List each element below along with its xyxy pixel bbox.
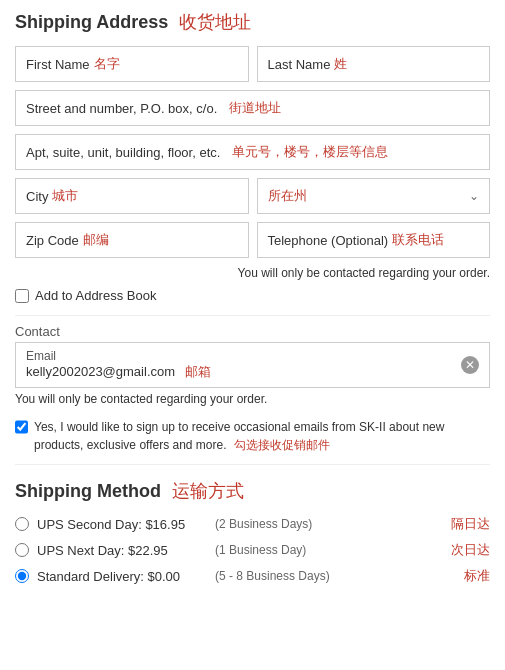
state-field: 所在州 ⌄ (257, 178, 491, 214)
apt-chinese: 单元号，楼号，楼层等信息 (232, 143, 388, 161)
telephone-label: Telephone (Optional) (268, 233, 389, 248)
shipping-option-row: Standard Delivery: $0.00(5 - 8 Business … (15, 567, 490, 585)
street-placeholder-text: Street and number, P.O. box, c/o. (26, 101, 217, 116)
zip-phone-row: Zip Code 邮编 Telephone (Optional) 联系电话 (15, 222, 490, 258)
order-hint-2: You will only be contacted regarding you… (15, 392, 490, 406)
address-book-label: Add to Address Book (35, 288, 156, 303)
apt-field: Apt, suite, unit, building, floor, etc. … (15, 134, 490, 170)
shipping-address-section: Shipping Address 收货地址 First Name 名字 Last… (15, 10, 490, 465)
email-field-wrapper[interactable]: Email kelly2002023@gmail.com 邮箱 ✕ (15, 342, 490, 388)
city-label: City (26, 189, 48, 204)
email-chinese: 邮箱 (185, 364, 211, 379)
zip-field: Zip Code 邮编 (15, 222, 249, 258)
email-content: Email kelly2002023@gmail.com 邮箱 (26, 349, 211, 381)
divider-1 (15, 315, 490, 316)
zip-input[interactable]: Zip Code 邮编 (15, 222, 249, 258)
last-name-label: Last Name (268, 57, 331, 72)
zip-label: Zip Code (26, 233, 79, 248)
first-name-label: First Name (26, 57, 90, 72)
shipping-label-0: UPS Second Day: $16.95 (37, 517, 207, 532)
street-chinese: 街道地址 (229, 99, 281, 117)
chevron-down-icon: ⌄ (469, 189, 479, 203)
email-field-label: Email (26, 349, 211, 363)
apt-placeholder-text: Apt, suite, unit, building, floor, etc. (26, 145, 220, 160)
city-chinese: 城市 (52, 187, 78, 205)
shipping-radio-0[interactable] (15, 517, 29, 531)
optin-row: Yes, I would like to sign up to receive … (15, 418, 490, 465)
clear-email-button[interactable]: ✕ (461, 356, 479, 374)
shipping-chinese-2: 标准 (464, 567, 490, 585)
shipping-chinese-1: 次日达 (451, 541, 490, 559)
shipping-address-chinese: 收货地址 (179, 12, 251, 32)
shipping-method-title: Shipping Method 运输方式 (15, 479, 490, 503)
shipping-option-row: UPS Second Day: $16.95(2 Business Days)隔… (15, 515, 490, 533)
apt-row: Apt, suite, unit, building, floor, etc. … (15, 134, 490, 170)
contact-group-label: Contact (15, 324, 490, 339)
last-name-input[interactable]: Last Name 姓 (257, 46, 491, 82)
shipping-days-0: (2 Business Days) (215, 517, 439, 531)
last-name-chinese: 姓 (334, 55, 347, 73)
telephone-field: Telephone (Optional) 联系电话 (257, 222, 491, 258)
street-row: Street and number, P.O. box, c/o. 街道地址 (15, 90, 490, 126)
shipping-options-list: UPS Second Day: $16.95(2 Business Days)隔… (15, 515, 490, 585)
shipping-address-title: Shipping Address 收货地址 (15, 10, 490, 34)
shipping-label-2: Standard Delivery: $0.00 (37, 569, 207, 584)
address-book-row: Add to Address Book (15, 288, 490, 303)
order-contact-hint: You will only be contacted regarding you… (15, 266, 490, 280)
apt-input[interactable]: Apt, suite, unit, building, floor, etc. … (15, 134, 490, 170)
shipping-method-chinese: 运输方式 (172, 481, 244, 501)
city-field: City 城市 (15, 178, 249, 214)
shipping-method-section: Shipping Method 运输方式 UPS Second Day: $16… (15, 479, 490, 585)
shipping-option-row: UPS Next Day: $22.95(1 Business Day)次日达 (15, 541, 490, 559)
optin-text: Yes, I would like to sign up to receive … (34, 418, 490, 454)
shipping-days-1: (1 Business Day) (215, 543, 439, 557)
address-book-checkbox[interactable] (15, 289, 29, 303)
optin-checkbox[interactable] (15, 420, 28, 434)
telephone-input[interactable]: Telephone (Optional) 联系电话 (257, 222, 491, 258)
contact-section: Contact Email kelly2002023@gmail.com 邮箱 … (15, 324, 490, 406)
state-chinese: 所在州 (268, 187, 307, 205)
name-row: First Name 名字 Last Name 姓 (15, 46, 490, 82)
first-name-field: First Name 名字 (15, 46, 249, 82)
shipping-radio-2[interactable] (15, 569, 29, 583)
last-name-field: Last Name 姓 (257, 46, 491, 82)
zip-chinese: 邮编 (83, 231, 109, 249)
shipping-radio-1[interactable] (15, 543, 29, 557)
shipping-chinese-0: 隔日达 (451, 515, 490, 533)
state-select[interactable]: 所在州 ⌄ (257, 178, 491, 214)
street-field: Street and number, P.O. box, c/o. 街道地址 (15, 90, 490, 126)
optin-chinese: 勾选接收促销邮件 (234, 438, 330, 452)
city-input[interactable]: City 城市 (15, 178, 249, 214)
first-name-input[interactable]: First Name 名字 (15, 46, 249, 82)
shipping-days-2: (5 - 8 Business Days) (215, 569, 452, 583)
shipping-label-1: UPS Next Day: $22.95 (37, 543, 207, 558)
email-value: kelly2002023@gmail.com (26, 364, 175, 379)
street-input[interactable]: Street and number, P.O. box, c/o. 街道地址 (15, 90, 490, 126)
first-name-chinese: 名字 (94, 55, 120, 73)
city-state-row: City 城市 所在州 ⌄ (15, 178, 490, 214)
telephone-chinese: 联系电话 (392, 231, 444, 249)
